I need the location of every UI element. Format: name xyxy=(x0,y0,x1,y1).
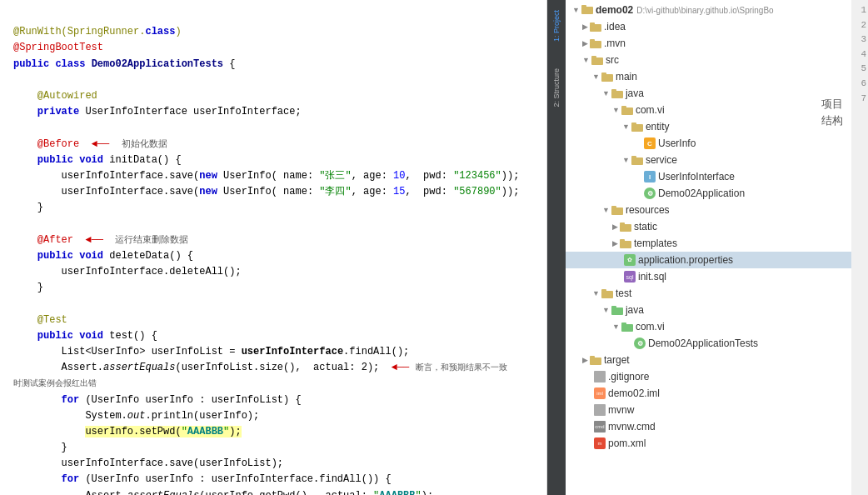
svg-rect-11 xyxy=(611,89,616,92)
tree-label: .gitignore xyxy=(608,371,649,382)
svg-rect-18 xyxy=(611,208,623,215)
tree-label: UserInfoInterface xyxy=(658,171,735,182)
java-class-icon: C xyxy=(644,138,656,149)
chevron-down-icon: ▼ xyxy=(592,289,600,298)
svg-rect-10 xyxy=(611,91,623,98)
xml-icon: m xyxy=(594,438,606,449)
chevron-down-icon: ▼ xyxy=(592,72,600,81)
line-numbers-right: 1234567 xyxy=(851,0,868,495)
tree-label: UserInfo xyxy=(658,138,696,149)
chevron-down-icon: ▼ xyxy=(612,106,620,114)
tree-label: entity xyxy=(646,121,670,132)
tree-item-target[interactable]: ▶ target xyxy=(566,352,851,368)
tree-item-pomxml[interactable]: m pom.xml xyxy=(566,435,851,452)
svg-rect-9 xyxy=(601,72,606,75)
svg-rect-20 xyxy=(620,224,631,232)
tree-item-mvnwcmd[interactable]: cmd mvnw.cmd xyxy=(566,418,851,435)
sql-icon: sql xyxy=(624,271,636,282)
svg-rect-0 xyxy=(581,7,593,14)
tree-item-service[interactable]: ▼ service xyxy=(566,152,851,168)
tree-item-java[interactable]: ▼ java xyxy=(566,85,851,102)
svg-rect-31 xyxy=(590,356,595,358)
annotation-springboottest: @SpringBootTest xyxy=(13,42,103,53)
tree-item-appprops[interactable]: ✿ application.properties xyxy=(566,252,851,268)
tree-label: .mvn xyxy=(604,38,626,49)
svg-rect-27 xyxy=(611,306,616,308)
tree-label: static xyxy=(634,221,657,232)
svg-rect-30 xyxy=(590,358,601,365)
tree-item-idea[interactable]: ▶ .idea xyxy=(566,18,851,35)
tree-item-test[interactable]: ▼ test xyxy=(566,285,851,302)
tree-item-demo02app[interactable]: ⚙ Demo02Application xyxy=(566,185,851,202)
svg-rect-4 xyxy=(590,41,601,48)
tab-structure[interactable]: 2: Structure xyxy=(551,63,562,112)
svg-rect-2 xyxy=(590,24,601,32)
java-interface-icon: I xyxy=(644,171,656,182)
svg-rect-22 xyxy=(620,241,631,248)
code-content: @RunWith(SpringRunner.class) @SpringBoot… xyxy=(13,8,533,495)
tree-label: mvnw xyxy=(608,404,634,416)
tree-label: mvnw.cmd xyxy=(608,421,656,432)
spring-test-icon: ⚙ xyxy=(634,338,646,349)
tree-label: java xyxy=(626,304,644,316)
tree-item-main[interactable]: ▼ main xyxy=(566,68,851,85)
tree-item-src[interactable]: ▼ src xyxy=(566,52,851,68)
svg-rect-7 xyxy=(591,56,596,58)
chevron-down-icon: ▼ xyxy=(602,89,610,98)
chevron-right-icon: ▶ xyxy=(612,239,618,248)
chevron-right-icon: ▶ xyxy=(612,222,618,231)
iml-icon: iml xyxy=(594,388,606,399)
chevron-down-icon: ▼ xyxy=(582,56,590,64)
tree-item-mvn[interactable]: ▶ .mvn xyxy=(566,35,851,52)
svg-rect-24 xyxy=(601,291,613,298)
tree-item-demo02iml[interactable]: iml demo02.iml xyxy=(566,385,851,402)
tree-item-demo02apptests[interactable]: ⚙ Demo02ApplicationTests xyxy=(566,335,851,352)
tree-item-templates[interactable]: ▶ templates xyxy=(566,235,851,252)
tree-label: Demo02Application xyxy=(658,188,745,199)
chevron-right-icon: ▶ xyxy=(582,22,588,31)
tree-item-mvnw[interactable]: mvnw xyxy=(566,402,851,418)
svg-rect-8 xyxy=(601,74,613,82)
tree-label: com.vi xyxy=(636,321,665,332)
chevron-down-icon: ▼ xyxy=(602,306,610,314)
tree-item-initsql[interactable]: sql init.sql xyxy=(566,268,851,285)
generic-file-icon xyxy=(594,371,606,382)
generic-file-icon xyxy=(594,404,606,416)
project-folder-icon xyxy=(581,4,593,17)
svg-rect-12 xyxy=(621,108,633,115)
chevron-right-icon: ▶ xyxy=(582,39,588,48)
chevron-down-icon: ▼ xyxy=(622,156,630,164)
svg-rect-21 xyxy=(620,222,625,225)
tree-label: main xyxy=(616,71,637,82)
annotation-test: @Test xyxy=(37,314,67,326)
tree-label: init.sql xyxy=(638,271,666,282)
tree-label: resources xyxy=(626,204,670,216)
svg-rect-17 xyxy=(631,156,636,158)
tree-label: .idea xyxy=(604,21,626,32)
code-panel: @RunWith(SpringRunner.class) @SpringBoot… xyxy=(0,0,547,495)
svg-rect-26 xyxy=(611,308,623,315)
chevron-down-icon: ▼ xyxy=(612,322,620,331)
tree-item-resources[interactable]: ▼ resources xyxy=(566,202,851,218)
tree-item-userinfointerface[interactable]: I UserInfoInterface xyxy=(566,168,851,185)
tree-label: java xyxy=(626,88,644,99)
tree-item-entity[interactable]: ▼ entity xyxy=(566,118,851,135)
project-root[interactable]: ▼ demo02 D:\vi-github\binary.github.io\S… xyxy=(566,2,851,18)
tree-label: application.properties xyxy=(638,254,733,266)
chevron-right-icon: ▶ xyxy=(582,356,588,364)
tree-item-static[interactable]: ▶ static xyxy=(566,218,851,235)
folder-open-triangle: ▼ xyxy=(572,6,580,14)
cmd-icon: cmd xyxy=(594,421,606,432)
file-tree: 项目 结构 ▼ demo02 D:\vi-github\binary.githu… xyxy=(566,0,851,495)
tree-item-test-java[interactable]: ▼ java xyxy=(566,302,851,318)
tree-item-test-comvi[interactable]: ▼ com.vi xyxy=(566,318,851,335)
svg-rect-3 xyxy=(590,22,595,25)
annotation-runwith: @RunWith(SpringRunner.class) xyxy=(13,26,182,38)
svg-rect-14 xyxy=(631,124,643,132)
tree-item-comvi[interactable]: ▼ com.vi xyxy=(566,102,851,118)
left-vtab-strip: 1: Project 2: Structure xyxy=(547,0,566,495)
svg-rect-19 xyxy=(611,206,616,208)
tree-item-userinfo[interactable]: C UserInfo xyxy=(566,135,851,152)
tree-item-gitignore[interactable]: .gitignore xyxy=(566,368,851,385)
tab-project[interactable]: 1: Project xyxy=(551,5,562,47)
